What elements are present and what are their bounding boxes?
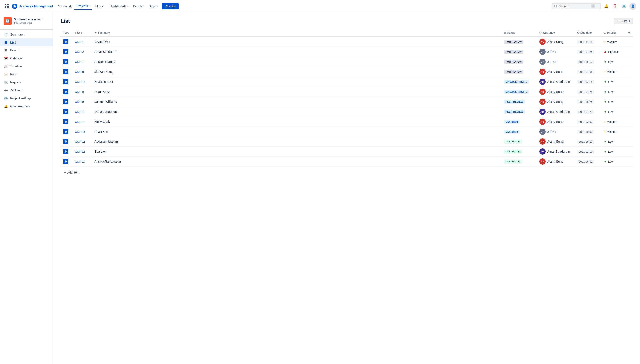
type-icon-5	[63, 89, 68, 94]
summary-text-9: Phan Kim	[94, 130, 108, 134]
assignee-avatar-11: AM	[539, 148, 546, 155]
due-date-badge-8: 2021-03-03	[577, 120, 594, 124]
cell-summary-2: Andres Ramos	[92, 57, 501, 67]
type-icon-11	[63, 149, 68, 154]
priority-icon-0: ≡	[604, 40, 605, 44]
notifications-button[interactable]: 🔔	[603, 3, 610, 10]
nav-apps[interactable]: Apps ▾	[147, 3, 161, 9]
cell-type-11	[60, 147, 72, 157]
nav-people[interactable]: People ▾	[131, 3, 147, 9]
cell-key-12[interactable]: WDP-17	[72, 157, 92, 167]
cell-assignee-7: AM Amar Sundaram	[537, 107, 574, 117]
key-link-6[interactable]: WDP-9	[74, 100, 84, 104]
priority-cell-6: ▼ Low	[604, 100, 623, 104]
sidebar-item-calendar[interactable]: 📅 Calendar	[0, 54, 53, 62]
cell-priority-5: ▼ Low	[601, 87, 625, 97]
cell-due-date-5: 2021-07-28	[574, 87, 601, 97]
cell-key-9[interactable]: WDP-11	[72, 127, 92, 137]
priority-cell-4: ▼ Low	[604, 80, 623, 84]
cell-type-2	[60, 57, 72, 67]
cell-key-10[interactable]: WDP-15	[72, 137, 92, 147]
priority-label-10: Low	[608, 140, 613, 144]
sidebar-item-list[interactable]: ☰ List	[0, 38, 53, 46]
cell-key-8[interactable]: WDP-10	[72, 117, 92, 127]
nav-your-work[interactable]: Your work	[56, 3, 74, 9]
key-link-12[interactable]: WDP-17	[74, 160, 85, 163]
cell-key-5[interactable]: WDP-9	[72, 87, 92, 97]
sidebar-item-reports[interactable]: 📉 Reports	[0, 78, 53, 86]
status-badge-11: DELIVERED	[504, 150, 522, 154]
summary-icon: 📊	[4, 32, 8, 36]
assignee-name-7: Amar Sundaram	[547, 110, 570, 114]
col-type: Type	[60, 29, 72, 36]
key-link-1[interactable]: WDP-2	[74, 50, 84, 54]
create-button[interactable]: Create	[162, 3, 179, 9]
summary-text-7: Donald Stephens	[94, 110, 118, 114]
key-link-3[interactable]: WDP-8	[74, 70, 84, 74]
sidebar-item-add-item[interactable]: ➕ Add item	[0, 86, 53, 94]
key-link-11[interactable]: WDP-16	[74, 150, 85, 153]
filters-button[interactable]: Filters	[614, 18, 633, 24]
cell-due-date-0: 2021-11-14	[574, 36, 601, 47]
cell-type-5	[60, 87, 72, 97]
nav-projects[interactable]: Projects ▾	[74, 3, 92, 10]
cell-key-0[interactable]: WDP-1	[72, 36, 92, 47]
add-item-button[interactable]: + Add item	[62, 169, 631, 176]
help-button[interactable]: ❓	[611, 3, 619, 10]
cell-type-12	[60, 157, 72, 167]
user-avatar[interactable]: 👤	[629, 3, 636, 10]
cell-key-2[interactable]: WDP-7	[72, 57, 92, 67]
cell-key-11[interactable]: WDP-16	[72, 147, 92, 157]
nav-dashboards[interactable]: Dashboards ▾	[107, 3, 130, 9]
app-layout: 🔄 Performance review Business project 📊 …	[0, 12, 640, 364]
cell-assignee-4: AM Amar Sundaram	[537, 77, 574, 87]
cell-summary-3: Jie Yan Song	[92, 67, 501, 77]
key-link-2[interactable]: WDP-7	[74, 60, 84, 64]
priority-label-3: Medium	[607, 70, 617, 74]
status-badge-9: DECISION	[504, 130, 520, 134]
cell-summary-9: Phan Kim	[92, 127, 501, 137]
cell-summary-10: Abdullah Ibrahim	[92, 137, 501, 147]
key-link-4[interactable]: WDP-14	[74, 80, 85, 84]
key-link-7[interactable]: WDP-12	[74, 110, 85, 114]
cell-key-1[interactable]: WDP-2	[72, 47, 92, 57]
cell-due-date-11: 2021-01-10	[574, 147, 601, 157]
key-link-9[interactable]: WDP-11	[74, 130, 85, 134]
jira-logo[interactable]: Jira Work Management	[12, 3, 53, 9]
sidebar-item-form[interactable]: 📋 Form	[0, 70, 53, 78]
sidebar-item-feedback[interactable]: 🔔 Give feedback	[0, 102, 53, 110]
search-box[interactable]: /	[552, 3, 601, 9]
sidebar-item-board[interactable]: ⊞ Board	[0, 46, 53, 54]
key-link-5[interactable]: WDP-9	[74, 90, 84, 94]
svg-rect-4	[7, 6, 8, 7]
sidebar-item-summary[interactable]: 📊 Summary	[0, 30, 53, 38]
grid-menu-icon[interactable]	[4, 3, 11, 10]
sidebar-item-timeline[interactable]: 📈 Timeline	[0, 62, 53, 70]
key-link-10[interactable]: WDP-15	[74, 140, 85, 144]
cell-due-date-4: 2021-03-15	[574, 77, 601, 87]
col-key: #Key	[72, 29, 92, 36]
search-input[interactable]	[559, 4, 590, 8]
cell-assignee-9: JY Jie Yan	[537, 127, 574, 137]
settings-button[interactable]: ⚙️	[620, 3, 627, 10]
priority-cell-9: ≡ Medium	[604, 130, 623, 134]
col-summary-label: Summary	[98, 31, 110, 34]
cell-key-7[interactable]: WDP-12	[72, 107, 92, 117]
cell-status-1: FOR REVIEW	[501, 47, 537, 57]
cell-key-6[interactable]: WDP-9	[72, 97, 92, 107]
assignee-avatar-12: AS	[539, 158, 546, 165]
cell-priority-0: ≡ Medium	[601, 36, 625, 47]
due-date-badge-9: 2021-10-03	[577, 130, 594, 134]
cell-status-9: DECISION	[501, 127, 537, 137]
summary-text-5: Fran Perez	[94, 90, 110, 94]
cell-key-3[interactable]: WDP-8	[72, 67, 92, 77]
cell-key-4[interactable]: WDP-14	[72, 77, 92, 87]
sidebar-item-project-settings[interactable]: ⚙️ Project settings	[0, 94, 53, 102]
summary-text-10: Abdullah Ibrahim	[94, 140, 118, 144]
sidebar-label-form: Form	[10, 72, 18, 76]
nav-filters[interactable]: Filters ▾	[92, 3, 107, 9]
priority-label-12: Low	[608, 160, 613, 163]
key-link-8[interactable]: WDP-10	[74, 120, 85, 124]
key-link-0[interactable]: WDP-1	[74, 40, 84, 44]
col-add[interactable]: +	[625, 29, 633, 36]
